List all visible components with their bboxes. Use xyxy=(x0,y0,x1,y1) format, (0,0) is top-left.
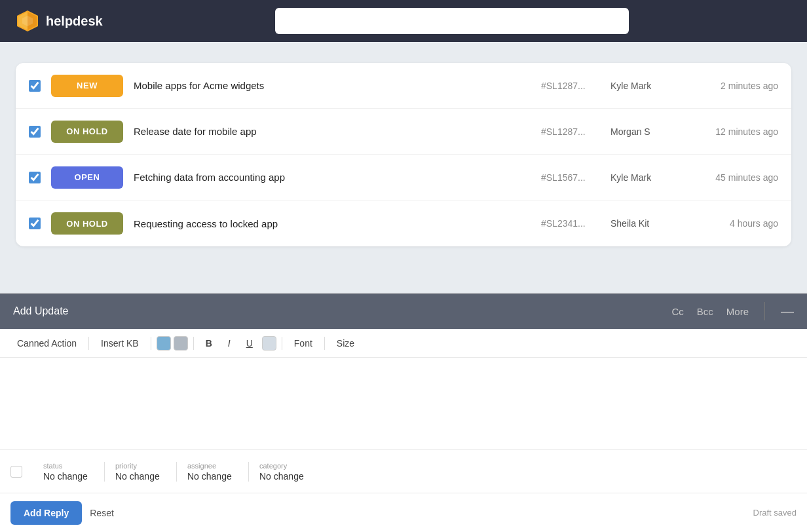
minimize-button[interactable]: — xyxy=(781,304,794,319)
ticket-id-4: #SL2341... xyxy=(541,218,600,229)
assignee-field[interactable]: assignee No change xyxy=(177,462,249,482)
search-input[interactable] xyxy=(275,8,629,34)
ticket-time-2: 12 minutes ago xyxy=(693,126,778,137)
status-badge-open-3: OPEN xyxy=(51,166,123,189)
ticket-checkbox-1[interactable] xyxy=(29,80,41,92)
ticket-checkbox-2[interactable] xyxy=(29,126,41,138)
more-button[interactable]: More xyxy=(726,306,749,317)
color-gray-button[interactable] xyxy=(174,336,188,351)
header: helpdesk xyxy=(0,0,807,42)
bcc-button[interactable]: Bcc xyxy=(697,306,713,317)
status-field[interactable]: status No change xyxy=(33,462,105,482)
ticket-time-1: 2 minutes ago xyxy=(693,81,778,91)
font-button[interactable]: Font xyxy=(288,335,319,351)
category-label: category xyxy=(259,462,310,470)
status-badge-onhold-4: ON HOLD xyxy=(51,212,123,235)
reset-button[interactable]: Reset xyxy=(90,508,114,518)
toolbar-sep-1 xyxy=(88,337,89,350)
color-light-button[interactable] xyxy=(262,336,276,351)
bar-divider xyxy=(764,302,765,320)
ticket-id-1: #SL1287... xyxy=(541,81,600,91)
footer-bar: status No change priority No change assi… xyxy=(0,449,807,493)
priority-field[interactable]: priority No change xyxy=(105,462,177,482)
status-value[interactable]: No change xyxy=(43,471,94,482)
cc-button[interactable]: Cc xyxy=(671,306,683,317)
bold-button[interactable]: B xyxy=(199,335,219,351)
ticket-time-4: 4 hours ago xyxy=(693,218,778,229)
assignee-value[interactable]: No change xyxy=(187,471,238,482)
table-row: NEW Mobile apps for Acme widgets #SL1287… xyxy=(16,63,791,109)
ticket-subject-3: Fetching data from accounting app xyxy=(134,172,531,183)
italic-button[interactable]: I xyxy=(221,335,237,351)
logo-text: helpdesk xyxy=(46,14,103,29)
ticket-time-3: 45 minutes ago xyxy=(693,172,778,183)
ticket-agent-3: Kyle Mark xyxy=(610,172,683,183)
status-badge-new-1: NEW xyxy=(51,75,123,97)
ticket-id-2: #SL1287... xyxy=(541,126,600,137)
ticket-subject-2: Release date for mobile app xyxy=(134,126,531,137)
add-update-title: Add Update xyxy=(13,305,671,317)
size-button[interactable]: Size xyxy=(330,335,361,351)
insert-kb-button[interactable]: Insert KB xyxy=(94,335,145,351)
toolbar-sep-2 xyxy=(151,337,151,350)
ticket-checkbox-4[interactable] xyxy=(29,218,41,229)
add-update-actions: Cc Bcc More — xyxy=(671,302,794,320)
ticket-agent-1: Kyle Mark xyxy=(610,81,683,91)
ticket-id-3: #SL1567... xyxy=(541,172,600,183)
ticket-checkbox-3[interactable] xyxy=(29,172,41,183)
action-buttons: Add Reply Reset Draft saved xyxy=(0,493,807,532)
toolbar-sep-3 xyxy=(193,337,194,350)
bottom-panel: Add Update Cc Bcc More — Canned Action I… xyxy=(0,293,807,532)
category-field[interactable]: category No change xyxy=(249,462,321,482)
helpdesk-logo-icon xyxy=(16,9,39,33)
logo-area: helpdesk xyxy=(16,9,103,33)
underline-button[interactable]: U xyxy=(240,335,259,351)
priority-label: priority xyxy=(115,462,166,470)
table-row: ON HOLD Release date for mobile app #SL1… xyxy=(16,109,791,155)
assignee-label: assignee xyxy=(187,462,238,470)
editor-toolbar: Canned Action Insert KB B I U Font Size xyxy=(0,329,807,358)
category-value[interactable]: No change xyxy=(259,471,310,482)
ticket-agent-2: Morgan S xyxy=(610,126,683,137)
main-content: NEW Mobile apps for Acme widgets #SL1287… xyxy=(0,42,807,246)
ticket-agent-4: Sheila Kit xyxy=(610,218,683,229)
table-row: OPEN Fetching data from accounting app #… xyxy=(16,155,791,200)
toolbar-sep-5 xyxy=(324,337,325,350)
draft-saved-label: Draft saved xyxy=(753,508,797,518)
add-update-bar: Add Update Cc Bcc More — xyxy=(0,294,807,329)
toolbar-sep-4 xyxy=(282,337,282,350)
add-reply-button[interactable]: Add Reply xyxy=(10,501,82,525)
status-badge-onhold-2: ON HOLD xyxy=(51,121,123,143)
editor-area[interactable] xyxy=(0,358,807,449)
table-row: ON HOLD Requesting access to locked app … xyxy=(16,200,791,246)
search-bar xyxy=(275,8,629,34)
ticket-subject-1: Mobile apps for Acme widgets xyxy=(134,80,531,91)
footer-checkbox[interactable] xyxy=(10,466,22,478)
canned-action-button[interactable]: Canned Action xyxy=(10,335,83,351)
status-label: status xyxy=(43,462,94,470)
ticket-list: NEW Mobile apps for Acme widgets #SL1287… xyxy=(16,63,791,246)
color-blue-button[interactable] xyxy=(157,336,171,351)
ticket-subject-4: Requesting access to locked app xyxy=(134,218,531,229)
priority-value[interactable]: No change xyxy=(115,471,166,482)
